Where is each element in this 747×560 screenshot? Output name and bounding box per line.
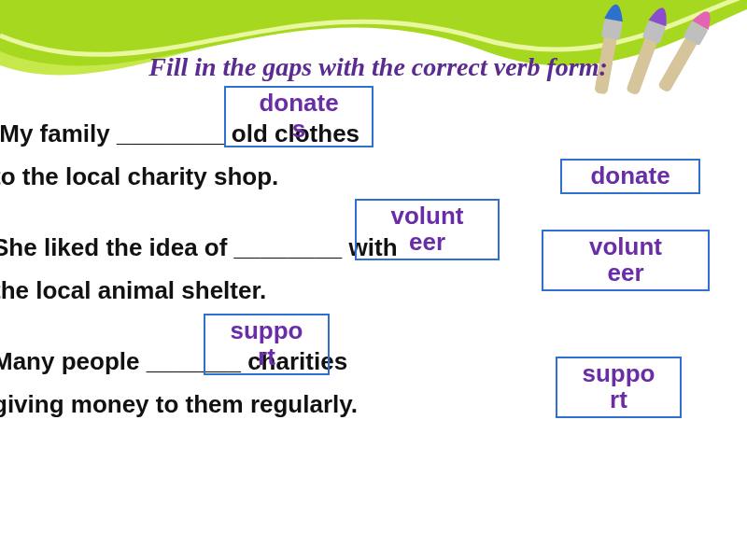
answer-box-3[interactable]: suppo rt bbox=[204, 314, 330, 375]
sentence-2-line1: She liked the idea of ________ with bbox=[0, 233, 398, 261]
sentence-1-line2: to the local charity shop. bbox=[0, 162, 278, 190]
sentence-2-line2: the local animal shelter. bbox=[0, 276, 266, 304]
option-box-2[interactable]: volunt eer bbox=[542, 230, 710, 291]
sentence-3-line2: giving money to them regularly. bbox=[0, 390, 358, 418]
background-wave bbox=[0, 0, 747, 103]
option-box-3[interactable]: suppo rt bbox=[556, 357, 682, 418]
svg-rect-3 bbox=[642, 20, 667, 44]
slide-title: Fill in the gaps with the correct verb f… bbox=[28, 52, 728, 82]
answer-box-1[interactable]: donate s bbox=[224, 86, 374, 147]
answer-box-2[interactable]: volunt eer bbox=[355, 199, 500, 260]
svg-rect-5 bbox=[683, 21, 708, 46]
option-box-1[interactable]: donate bbox=[560, 159, 700, 194]
svg-rect-1 bbox=[601, 19, 623, 40]
